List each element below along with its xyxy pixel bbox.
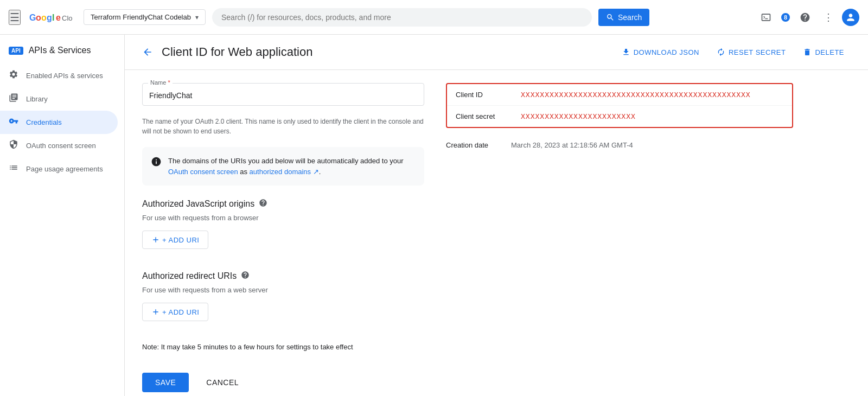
question-icon xyxy=(259,199,267,207)
terminal-button[interactable] xyxy=(756,8,776,27)
js-origins-desc: For use with requests from a browser xyxy=(142,214,424,222)
info-icon xyxy=(151,156,162,170)
sidebar-item-page-usage[interactable]: Page usage agreements xyxy=(0,157,118,181)
note-text: Note: It may take 5 minutes to a few hou… xyxy=(142,343,424,351)
download-icon xyxy=(622,48,630,56)
hamburger-icon: ☰ xyxy=(10,11,20,23)
help-button[interactable] xyxy=(795,8,815,27)
add-uri-js-label: + ADD URI xyxy=(162,236,199,244)
notification-badge[interactable]: 8 xyxy=(780,12,791,23)
add-uri-redirect-button[interactable]: + ADD URI xyxy=(142,303,208,321)
project-selector[interactable]: Terraform FriendlyChat Codelab ▾ xyxy=(84,9,206,25)
help-icon xyxy=(800,12,810,23)
oauth-icon xyxy=(9,139,18,152)
sidebar-item-enabled-apis[interactable]: Enabled APIs & services xyxy=(0,64,118,87)
redirect-uris-section: Authorized redirect URIs For use with re… xyxy=(142,271,424,321)
info-box: The domains of the URIs you add below wi… xyxy=(142,147,424,186)
settings-icon xyxy=(9,69,18,82)
sidebar-item-oauth-consent[interactable]: OAuth consent screen xyxy=(0,134,118,157)
redirect-uris-help-icon[interactable] xyxy=(241,271,250,282)
sidebar-item-label: OAuth consent screen xyxy=(26,142,96,150)
client-secret-label: Client secret xyxy=(456,112,521,120)
page-usage-icon xyxy=(9,163,18,175)
add-uri-js-button[interactable]: + ADD URI xyxy=(142,231,208,249)
sidebar-item-library[interactable]: Library xyxy=(0,87,118,111)
name-hint: The name of your OAuth 2.0 client. This … xyxy=(142,117,424,136)
reset-label: RESET SECRET xyxy=(729,48,786,56)
back-button[interactable] xyxy=(142,47,153,58)
google-logo-svg: G o o g l e Cloud xyxy=(29,11,73,24)
sidebar-item-credentials[interactable]: Credentials xyxy=(0,111,118,134)
bottom-actions: SAVE CANCEL xyxy=(142,364,424,396)
client-secret-value: XXXXXXXXXXXXXXXXXXXXXXXX xyxy=(521,112,636,120)
delete-icon xyxy=(803,48,812,56)
search-icon xyxy=(606,13,615,22)
content-body: Name * The name of your OAuth 2.0 client… xyxy=(125,70,868,396)
download-json-button[interactable]: DOWNLOAD JSON xyxy=(615,43,706,61)
reset-secret-button[interactable]: RESET SECRET xyxy=(710,43,792,61)
authorized-domains-link[interactable]: authorized domains ↗ xyxy=(250,168,319,176)
header-actions: DOWNLOAD JSON RESET SECRET DELETE xyxy=(615,43,851,61)
search-input[interactable] xyxy=(221,13,583,22)
right-panel: Client ID XXXXXXXXXXXXXXXXXXXXXXXXXXXXXX… xyxy=(446,83,793,396)
save-button[interactable]: SAVE xyxy=(142,373,189,392)
name-form-group: Name * The name of your OAuth 2.0 client… xyxy=(142,83,424,136)
avatar-icon xyxy=(845,12,856,23)
sidebar-title: APIs & Services xyxy=(29,46,91,55)
svg-text:o: o xyxy=(41,13,47,22)
name-input[interactable] xyxy=(149,91,417,100)
add-uri-redirect-label: + ADD URI xyxy=(162,308,199,316)
reset-icon xyxy=(717,48,725,56)
js-origins-title-row: Authorized JavaScript origins xyxy=(142,199,424,209)
svg-text:G: G xyxy=(29,13,36,22)
save-label: SAVE xyxy=(155,378,176,387)
sidebar-item-label: Page usage agreements xyxy=(26,165,103,173)
creation-date-value: March 28, 2023 at 12:18:56 AM GMT-4 xyxy=(511,141,633,149)
more-button[interactable]: ⋮ xyxy=(819,7,838,28)
svg-text:o: o xyxy=(36,13,41,22)
top-nav: ☰ G o o g l e Cloud Terraform FriendlyCh… xyxy=(0,0,868,35)
add-icon-js xyxy=(151,235,160,244)
page-header: Client ID for Web application DOWNLOAD J… xyxy=(125,35,868,70)
redirect-uris-title-row: Authorized redirect URIs xyxy=(142,271,424,282)
js-origins-help-icon[interactable] xyxy=(259,199,267,209)
page-title: Client ID for Web application xyxy=(162,45,607,59)
redirect-uris-desc: For use with requests from a web server xyxy=(142,286,424,294)
client-secret-row: Client secret XXXXXXXXXXXXXXXXXXXXXXXX xyxy=(447,106,792,127)
main-layout: API APIs & Services Enabled APIs & servi… xyxy=(0,35,868,396)
left-panel: Name * The name of your OAuth 2.0 client… xyxy=(142,83,424,396)
cancel-label: CANCEL xyxy=(206,378,239,387)
google-cloud-logo: G o o g l e Cloud xyxy=(29,11,73,24)
more-icon: ⋮ xyxy=(824,11,833,23)
content-area: Client ID for Web application DOWNLOAD J… xyxy=(125,35,868,396)
sidebar: API APIs & Services Enabled APIs & servi… xyxy=(0,35,125,396)
sidebar-item-label: Enabled APIs & services xyxy=(26,72,103,80)
hamburger-button[interactable]: ☰ xyxy=(9,10,21,25)
svg-text:l: l xyxy=(52,13,54,22)
svg-text:Cloud: Cloud xyxy=(62,14,73,22)
js-origins-title: Authorized JavaScript origins xyxy=(142,199,254,209)
download-label: DOWNLOAD JSON xyxy=(634,48,699,56)
search-button[interactable]: Search xyxy=(598,9,649,26)
terminal-icon xyxy=(761,12,771,23)
sidebar-item-label: Credentials xyxy=(26,118,62,126)
nav-right: 8 ⋮ xyxy=(756,7,859,28)
client-id-row: Client ID XXXXXXXXXXXXXXXXXXXXXXXXXXXXXX… xyxy=(447,84,792,106)
name-fieldset: Name * xyxy=(142,83,424,106)
project-selector-text: Terraform FriendlyChat Codelab xyxy=(91,13,191,21)
delete-label: DELETE xyxy=(815,48,844,56)
question-icon-2 xyxy=(241,271,250,279)
cancel-button[interactable]: CANCEL xyxy=(197,373,247,392)
client-id-value: XXXXXXXXXXXXXXXXXXXXXXXXXXXXXXXXXXXXXXXX… xyxy=(521,91,751,99)
user-avatar[interactable] xyxy=(842,9,859,26)
oauth-consent-link[interactable]: OAuth consent screen xyxy=(168,168,238,176)
js-origins-section: Authorized JavaScript origins For use wi… xyxy=(142,199,424,249)
add-icon-redirect xyxy=(151,308,160,316)
name-label: Name * xyxy=(148,79,173,86)
library-icon xyxy=(9,93,18,105)
sidebar-header: API APIs & Services xyxy=(0,41,124,64)
api-badge: API xyxy=(9,47,23,55)
info-circle-icon xyxy=(151,156,162,167)
required-marker: * xyxy=(168,79,170,86)
delete-button[interactable]: DELETE xyxy=(796,43,851,61)
